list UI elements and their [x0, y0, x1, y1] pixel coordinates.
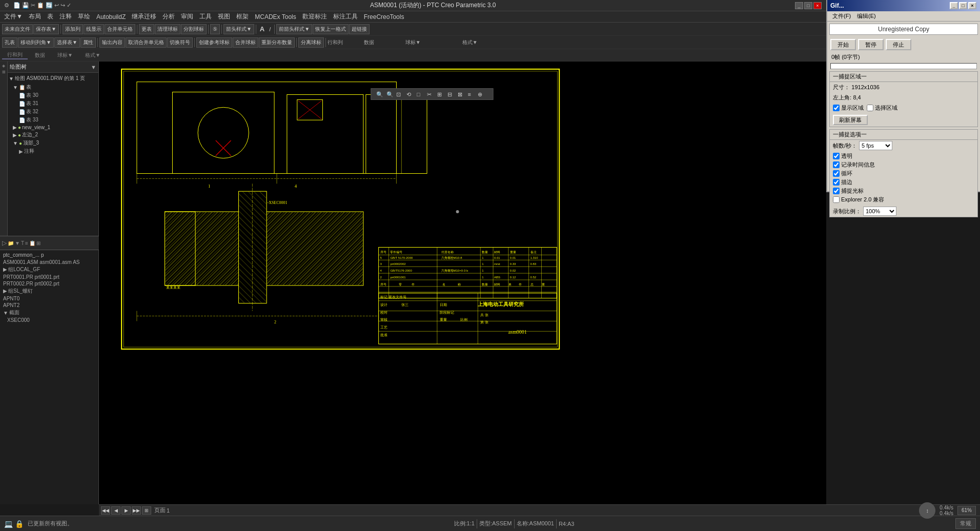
strip-icon1[interactable]: ◈: [2, 64, 5, 68]
nav-add[interactable]: ⊞: [142, 506, 151, 515]
fps-select[interactable]: 5 fps: [859, 141, 892, 150]
data-tab[interactable]: 数据: [30, 52, 50, 59]
model-tree-item-local[interactable]: ▶组LOCAL_GF: [1, 266, 97, 274]
tb-save[interactable]: 保存表▼: [33, 24, 59, 34]
record-time-check[interactable]: 记录时间信息: [833, 161, 974, 169]
tb-merge-balloon[interactable]: 合并球标: [233, 37, 258, 48]
tb-line-display[interactable]: 线显示: [84, 24, 104, 34]
menu-tools[interactable]: 工具: [196, 11, 215, 22]
menu-analysis[interactable]: 分析: [159, 11, 178, 22]
show-area-check[interactable]: 显示区域: [833, 104, 864, 112]
gif-stop-btn[interactable]: 停止: [886, 39, 911, 50]
tb-split-balloon[interactable]: 分割球标: [181, 24, 207, 34]
tb-unmerge[interactable]: 取消合并单元格: [126, 37, 167, 48]
refresh-screen-btn[interactable]: 刷新屏幕: [833, 115, 868, 125]
menu-mcadex[interactable]: MCADEx Tools: [252, 12, 299, 22]
strip-icon2[interactable]: ⊞: [2, 70, 6, 74]
drawing-tree-tab[interactable]: 绘图树: [10, 63, 27, 71]
select-area-check[interactable]: 选择区域: [867, 104, 897, 112]
table-expand[interactable]: ▼📋 表: [13, 83, 97, 91]
rowcol-tab[interactable]: 行和列: [2, 51, 28, 59]
nav-first[interactable]: ◀◀: [101, 506, 110, 515]
model-tree-item-xsec[interactable]: XSEC000: [1, 317, 97, 323]
explorer-check[interactable]: Explorer 2.0 兼容: [833, 196, 974, 203]
tb-split-balloon2[interactable]: 分离球标: [298, 37, 324, 48]
panel-icon2[interactable]: 📁: [8, 240, 14, 246]
menu-framework[interactable]: 框架: [233, 11, 252, 22]
table-item-30[interactable]: 📄表 30: [19, 91, 97, 99]
panel-icon6[interactable]: 📋: [29, 240, 35, 246]
tb-upper-style[interactable]: 前箭头样式▼: [276, 24, 312, 34]
tb-create-ref[interactable]: 创建参考球标: [196, 37, 232, 48]
tb-attr[interactable]: 属性: [80, 37, 96, 48]
menu-file[interactable]: 文件▼: [1, 11, 26, 22]
nav-prev[interactable]: ◀: [111, 506, 120, 515]
top-expand[interactable]: ▼● 顶部_3: [13, 139, 97, 147]
border-check[interactable]: 描边: [833, 178, 974, 186]
menu-layout[interactable]: 布局: [26, 11, 44, 22]
gif-pause-btn[interactable]: 暂停: [858, 39, 884, 50]
tb-arrow-style[interactable]: 箭头样式▼: [223, 24, 254, 34]
table-item-33[interactable]: 📄表 33: [19, 116, 97, 124]
scale-select[interactable]: 100%: [863, 207, 896, 216]
gif-menu-file[interactable]: 文件(F): [829, 12, 854, 20]
menu-table[interactable]: 表: [44, 11, 56, 22]
gif-min-btn[interactable]: _: [950, 2, 958, 9]
menu-freecreo[interactable]: FreeCreoTools: [361, 12, 407, 22]
gif-menu-edit[interactable]: 编辑(E): [854, 12, 879, 20]
menu-review[interactable]: 审阅: [178, 11, 196, 22]
menu-sketch[interactable]: 草绘: [75, 11, 93, 22]
tb-select-table[interactable]: 选择表▼: [54, 37, 80, 48]
model-tree-item-apnt2[interactable]: APNT2: [1, 302, 97, 309]
menu-autobildz[interactable]: AutobuildZ: [93, 12, 129, 22]
drawing-tree-expand[interactable]: ▼: [91, 64, 96, 70]
model-tree-item-sl[interactable]: ▶组SL_螺钉: [1, 287, 97, 295]
gif-close-btn[interactable]: ×: [968, 2, 976, 9]
capture-cursor-check[interactable]: 捕捉光标: [833, 187, 974, 195]
new-view-item[interactable]: ▶● new_view_1: [13, 124, 97, 131]
balloon-tab[interactable]: 球标▼: [52, 52, 78, 59]
menu-annotation2[interactable]: 歡迎标注: [299, 11, 330, 22]
model-tree-item-prt2[interactable]: PRT0002.PR prt0002.prt: [1, 280, 97, 287]
model-tree-item-prt1[interactable]: PRT0001.PR prt0001.prt: [1, 274, 97, 280]
model-tree-item-section[interactable]: ▼截面: [1, 309, 97, 317]
tb-redist[interactable]: 重新分布数量: [259, 37, 295, 48]
tb-update[interactable]: 更表: [139, 24, 154, 34]
menu-view[interactable]: 视图: [215, 11, 233, 22]
panel-icon4[interactable]: T: [21, 240, 24, 246]
panel-icon3[interactable]: ▼: [15, 240, 20, 246]
format-tab[interactable]: 格式▼: [80, 52, 106, 59]
panel-icon1[interactable]: ▷: [2, 239, 7, 247]
nav-last[interactable]: ▶▶: [132, 506, 141, 515]
menu-annotation[interactable]: 注释: [56, 11, 75, 22]
tb-hole-table[interactable]: 孔表: [2, 37, 17, 48]
tb-clear-balloon[interactable]: 清理球标: [155, 24, 180, 34]
loop-check[interactable]: 循环: [833, 170, 974, 177]
tb-toggle-symbol[interactable]: 切换符号: [167, 37, 193, 48]
menu-inherit[interactable]: 继承迁移: [129, 11, 159, 22]
tb-restore-style[interactable]: 恢复上一格式: [313, 24, 349, 34]
transparent-check[interactable]: 透明: [833, 152, 974, 160]
tb-move-corner[interactable]: 移动到列角▼: [18, 37, 54, 48]
tb-merge-cells[interactable]: 合并单元格: [105, 24, 135, 34]
tb-balloon5[interactable]: ⑤: [210, 24, 220, 34]
maximize-btn[interactable]: □: [804, 2, 812, 9]
tb-future-file[interactable]: 未来自文件: [2, 24, 33, 34]
menu-annotool[interactable]: 标注工具: [330, 11, 361, 22]
table-item-32[interactable]: 📄表 32: [19, 108, 97, 116]
annotation-item[interactable]: ▶注释: [19, 147, 97, 155]
table-item-31[interactable]: 📄表 31: [19, 99, 97, 108]
minimize-btn[interactable]: _: [795, 2, 803, 9]
tb-add-col[interactable]: 添加列: [63, 24, 83, 34]
model-tree-item-asm[interactable]: ASM0001.ASM asm0001.asm AS: [1, 259, 97, 266]
close-btn[interactable]: ×: [813, 2, 822, 9]
tb-output-content[interactable]: 输出内容: [99, 37, 125, 48]
tb-hyperlink[interactable]: 超链接: [349, 24, 370, 34]
panel-icon5[interactable]: ≡: [25, 240, 28, 246]
nav-next[interactable]: ▶: [121, 506, 131, 515]
leftedge-item[interactable]: ▶● 左边_2: [13, 131, 97, 139]
gif-start-btn[interactable]: 开始: [830, 39, 856, 50]
panel-icon7[interactable]: ⊞: [36, 240, 40, 246]
model-tree-item-apnt0[interactable]: APNT0: [1, 295, 97, 302]
gif-max-btn[interactable]: □: [959, 2, 967, 9]
